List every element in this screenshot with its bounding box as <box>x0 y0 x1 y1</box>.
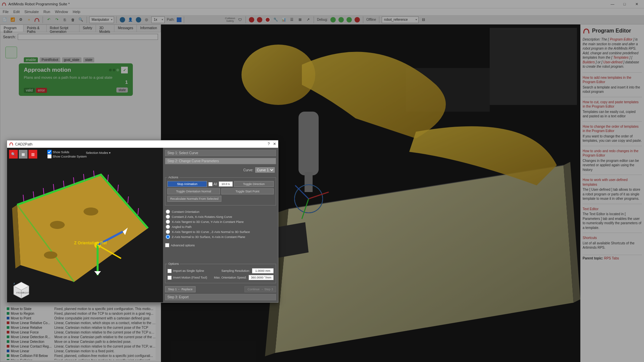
settings-icon[interactable]: ⊟ <box>420 16 427 23</box>
recalculate-normals-button[interactable]: Recalculate Normals From Selected <box>167 196 221 202</box>
tab-messages[interactable]: Messages <box>114 25 137 32</box>
orientation-radio[interactable]: Constant Z-Axis, X-Axis Rotates Along Cu… <box>166 214 275 219</box>
template-row[interactable]: Move Collision Fill BelowFixed, planned,… <box>5 353 156 358</box>
cad-tool-2[interactable]: ▦ <box>19 150 28 159</box>
block-tab-state[interactable]: state <box>83 57 95 62</box>
wifi-icon[interactable]: 📶 <box>9 16 16 23</box>
template-row[interactable]: Move LinearLinear, Cartesian motion to a… <box>5 349 156 353</box>
template-row[interactable]: Move Linear Detection R...Move on a line… <box>5 335 156 339</box>
block-tab-pointrobot[interactable]: PointRobot <box>40 57 60 62</box>
tab-points-paths[interactable]: Points & Paths <box>23 25 46 32</box>
manipulator-dropdown[interactable]: Manipulator <box>89 16 114 23</box>
program-root-node[interactable] <box>5 47 17 58</box>
template-row[interactable]: Move to PointOnline computable joint mov… <box>5 316 156 320</box>
new-icon[interactable]: 📄 <box>1 16 8 23</box>
step3-header[interactable]: Step 3: Export <box>165 294 276 300</box>
all-checkbox[interactable]: All <box>208 182 217 186</box>
tab-information[interactable]: Information <box>137 25 161 32</box>
help-card[interactable]: Text EditorThe Text Editor is located in… <box>583 204 642 233</box>
dialog-close-button[interactable]: ✕ <box>273 142 276 146</box>
orient-speed-input[interactable] <box>249 275 274 280</box>
copy-icon[interactable]: ⎘ <box>61 16 68 23</box>
target-icon[interactable]: ◎ <box>143 16 150 23</box>
toggle-orientation-button[interactable]: Toggle Orientation Normal <box>167 188 220 194</box>
sampling-res-input[interactable] <box>252 268 274 274</box>
close-button[interactable]: ✕ <box>631 1 642 7</box>
menu-help[interactable]: Help <box>73 10 80 14</box>
trash-icon[interactable]: 🗑 <box>69 16 76 23</box>
tool2-icon[interactable]: 🔧 <box>272 16 279 23</box>
menu-window[interactable]: Window <box>55 10 68 14</box>
rec2-icon[interactable] <box>256 16 263 23</box>
invert-motion-checkbox[interactable]: Invert Motion (Fixed Tool) <box>167 276 207 280</box>
plus-icon[interactable]: ＋ <box>25 16 32 23</box>
tab-program-editor[interactable]: Program Editor <box>0 25 23 32</box>
step-icon[interactable] <box>338 16 344 23</box>
help-card[interactable]: How to add new templates in the Program … <box>583 72 642 97</box>
show-solids-checkbox[interactable]: Show Solids <box>47 150 87 154</box>
menu-run[interactable]: Run <box>44 10 50 14</box>
template-row[interactable]: Move CollisionFixed, planned, collision-… <box>5 358 156 360</box>
import-spline-checkbox[interactable]: Import as Single Spline <box>167 269 204 273</box>
menu-file[interactable]: File <box>3 10 9 14</box>
help-card[interactable]: How to work with user-defined templatesT… <box>583 175 642 204</box>
tab-robot-script[interactable]: Robot Script Generation <box>47 25 79 32</box>
redo-icon[interactable]: ↷ <box>53 16 60 23</box>
toggle-startpoint-button[interactable]: Toggle Start Point <box>221 188 274 194</box>
step-next-button[interactable]: Continue → Step 3 <box>245 286 276 292</box>
cad-tool-3[interactable]: ▥ <box>29 150 37 159</box>
tool1-icon[interactable] <box>264 16 271 23</box>
help-card[interactable]: How to cut, copy and paste templates in … <box>583 97 642 121</box>
block-tab-enable[interactable]: enable <box>24 57 38 62</box>
orientation-radio[interactable]: X-Axis Tangent to 3D Curve , Z-Axis Norm… <box>166 229 275 234</box>
help-card[interactable]: How to change the order of templates in … <box>583 121 642 146</box>
template-row[interactable]: Move to RegionFixed, planned motion of t… <box>5 311 156 316</box>
tool4-icon[interactable]: ☰ <box>288 16 295 23</box>
approach-motion-block[interactable]: enable PointRobot goal_state state Appro… <box>19 63 133 96</box>
rec-icon[interactable] <box>248 16 255 23</box>
robot-reference-dropdown[interactable]: robot_reference <box>382 16 419 23</box>
orientation-radio[interactable]: Constant Orientation <box>166 209 275 214</box>
orientation-radio[interactable]: Z-Axis Normal to 3D Surface, X-Axis in C… <box>166 234 275 239</box>
menu-simulate[interactable]: Simulate <box>24 10 39 14</box>
menu-edit[interactable]: Edit <box>13 10 20 14</box>
minimize-button[interactable]: — <box>607 1 618 7</box>
help-card[interactable]: How to undo and redo changes in the Prog… <box>583 146 642 175</box>
zoom-dropdown[interactable]: 1x <box>151 16 165 23</box>
step-back-button[interactable]: Step 1 ← Replace <box>165 286 196 292</box>
gear-icon[interactable]: ⚙ <box>17 16 24 23</box>
step1-header[interactable]: Step 1: Select Curve <box>165 150 276 156</box>
maximize-button[interactable]: □ <box>619 1 630 7</box>
block-tab-goalstate[interactable]: goal_state <box>62 57 82 62</box>
logo-icon[interactable] <box>34 16 40 23</box>
cad2path-3d-view[interactable]: 🔍 ▦ ▥ Show Solids Show Coordinate System… <box>7 148 163 302</box>
action1-icon[interactable] <box>119 16 126 23</box>
show-cs-checkbox[interactable]: Show Coordinate System <box>47 154 87 159</box>
advanced-options-checkbox[interactable]: Advanced options <box>165 243 276 247</box>
duration-input[interactable] <box>219 181 233 187</box>
template-row[interactable]: Move Linear Relative Co...Linear, Cartes… <box>5 320 156 325</box>
orientation-radio[interactable]: Angled to Path <box>166 224 275 229</box>
help-card[interactable]: ShortcutsList of all available Shortcuts… <box>583 233 642 253</box>
tool5-icon[interactable]: ⊞ <box>297 16 303 23</box>
path-swatch[interactable] <box>177 17 181 22</box>
toggle-direction-button[interactable]: Toggle Direction <box>234 181 274 187</box>
view-cube[interactable]: FRONT RIGHT z <box>12 281 31 299</box>
selection-modes-dropdown[interactable]: Selection Modes ▾ <box>86 151 111 155</box>
tab-3d-models[interactable]: 3D Models <box>96 25 114 32</box>
curve-select[interactable]: Curve 1 <box>255 167 275 173</box>
template-row[interactable]: Move Linear ForceLinear, Cartesian motio… <box>5 330 156 335</box>
parent-topic-link[interactable]: RPS Tabs <box>604 256 619 260</box>
template-row[interactable]: Move to StateFixed, planned motion to a … <box>5 306 156 311</box>
action2-icon[interactable]: 👤 <box>127 16 134 23</box>
template-row[interactable]: Move Linear Contact Reg...Linear, Cartes… <box>5 344 156 349</box>
block-check-icon[interactable]: ✓ <box>121 67 128 73</box>
globe-icon[interactable] <box>135 16 142 23</box>
collision-safety-label[interactable]: Collision Safety <box>225 17 235 22</box>
play-icon[interactable] <box>330 16 336 23</box>
shield-icon[interactable]: 🛡 <box>236 16 243 23</box>
cad-tool-select[interactable]: 🔍 <box>9 150 18 159</box>
pause-icon[interactable] <box>346 16 353 23</box>
search-icon[interactable]: 🔍 <box>77 16 84 23</box>
stop-icon[interactable] <box>354 16 361 23</box>
